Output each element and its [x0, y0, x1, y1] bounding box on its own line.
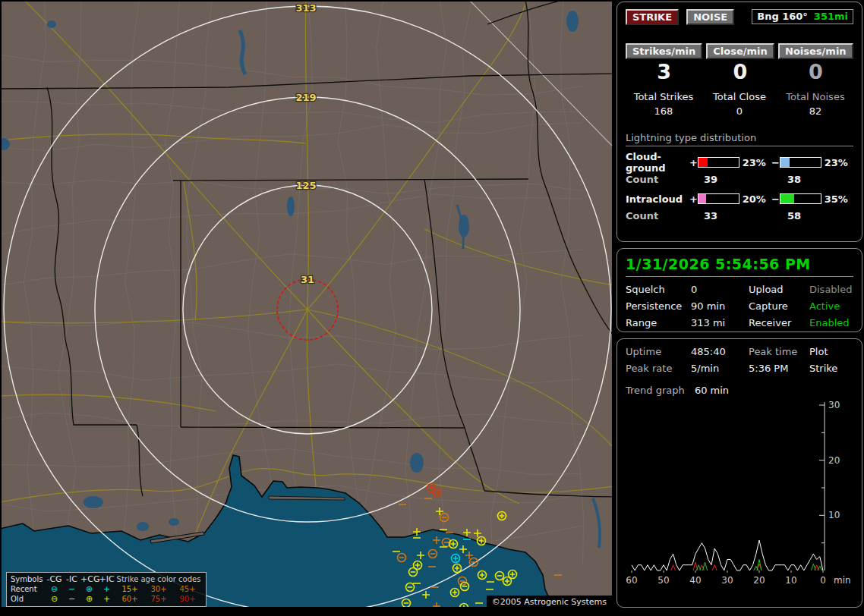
- range-ring-label: 125: [295, 180, 316, 191]
- circled-minus-icon: ⊖: [46, 594, 63, 604]
- range-ring-label: 219: [295, 92, 316, 103]
- intracloud-label: Intracloud: [626, 193, 689, 205]
- circled-plus-icon: ⊕: [80, 594, 98, 604]
- legend-age-title: Strike age color codes: [115, 574, 202, 584]
- noises-spike: [811, 564, 815, 570]
- age-code: 30+: [144, 584, 173, 594]
- cloud-ground-count-row: Count 39 38: [626, 171, 853, 187]
- circled-minus-icon: ⊖: [46, 584, 63, 594]
- status-grid: Squelch 0 Upload Disabled Persistence 90…: [626, 284, 853, 328]
- status-sidebar: STRIKE NOISE Bng 160°351mi Strikes/min 3…: [616, 2, 862, 614]
- y-tick-label: 10: [828, 510, 840, 520]
- squelch-value: 0: [691, 284, 749, 295]
- x-tick-label: 40: [689, 575, 701, 586]
- peak-rate-label: Peak rate: [626, 363, 691, 374]
- minus-icon: −: [63, 584, 80, 594]
- totals-row: Total Strikes 168 Total Close 0 Total No…: [626, 91, 853, 117]
- range-value: 313 mi: [691, 317, 749, 328]
- legend-neg-ic-header: -IC: [63, 574, 80, 584]
- total-close-label: Total Close: [702, 91, 777, 102]
- copyright-label: ©2005 Astrogenic Systems: [487, 596, 612, 609]
- x-tick-label: 30: [721, 575, 733, 586]
- trend-graph-row: Trend graph 60 min: [626, 385, 853, 396]
- trend-chart: 1020306050403020100min: [626, 398, 853, 589]
- peak-time-label: Peak time: [749, 346, 809, 357]
- close-spike: [671, 565, 676, 570]
- x-tick-label: 50: [657, 575, 669, 586]
- legend-neg-cg-header: -CG: [46, 574, 63, 584]
- strikes-per-min-value: 3: [626, 61, 702, 83]
- trend-graph-label: Trend graph: [626, 385, 685, 396]
- total-strikes-label: Total Strikes: [626, 91, 702, 102]
- peak-rate-value: 5/min: [691, 363, 749, 374]
- plus-sign: +: [689, 157, 698, 168]
- capture-label: Capture: [749, 300, 809, 312]
- age-code: 15+: [115, 584, 144, 594]
- bearing-readout: Bng 160°351mi: [752, 9, 853, 24]
- noises-spike: [703, 562, 708, 570]
- bearing-distance: 351mi: [814, 11, 848, 22]
- cg-positive-count: 39: [704, 174, 787, 185]
- persistence-value: 90 min: [691, 300, 749, 312]
- x-tick-label: 60: [626, 575, 637, 586]
- plot-value: Strike: [809, 363, 853, 374]
- panel-header: STRIKE NOISE Bng 160°351mi: [626, 9, 853, 25]
- lightning-map[interactable]: 31321912531 Symbols -CG -IC +CG +IC Stri…: [2, 2, 612, 607]
- distribution-title: Lightning type distribution: [626, 132, 853, 146]
- intracloud-row: Intracloud + 20% − 35%: [626, 190, 853, 207]
- ic-positive-percent: 20%: [739, 193, 771, 205]
- date-time-display: 1/31/2026 5:54:56 PM: [626, 256, 853, 277]
- plus-sign: +: [689, 193, 698, 205]
- upload-status: Disabled: [809, 284, 853, 295]
- noises-per-min-value: 0: [778, 61, 853, 83]
- ic-positive-count: 33: [704, 210, 787, 222]
- cg-negative-percent: 23%: [821, 157, 853, 168]
- plus-icon: +: [98, 584, 115, 594]
- clock-status-panel: 1/31/2026 5:54:56 PM Squelch 0 Upload Di…: [616, 248, 862, 332]
- intracloud-count-row: Count 33 58: [626, 207, 853, 224]
- ic-negative-percent: 35%: [821, 193, 853, 205]
- trend-panel: Uptime 485:40 Peak time Plot Peak rate 5…: [616, 338, 862, 608]
- strike-button[interactable]: STRIKE: [626, 9, 679, 25]
- capture-status: Active: [809, 300, 853, 312]
- strike-rate-line: [632, 540, 823, 570]
- cg-positive-percent: 23%: [739, 157, 771, 168]
- x-unit-label: min: [834, 575, 851, 586]
- range-ring-label: 313: [295, 2, 316, 14]
- age-code: 90+: [173, 594, 202, 604]
- plus-icon: +: [98, 594, 115, 604]
- circled-plus-icon: ⊕: [80, 584, 98, 594]
- x-tick-label: 20: [753, 575, 765, 586]
- noise-button[interactable]: NOISE: [686, 9, 734, 25]
- close-per-min-button[interactable]: Close/min: [706, 43, 774, 59]
- range-label: Range: [626, 317, 691, 328]
- info-grid: Uptime 485:40 Peak time Plot Peak rate 5…: [626, 346, 853, 374]
- legend-row-old: Old⊖−⊕+60+75+90+: [11, 594, 202, 604]
- cloud-ground-label: Cloud-ground: [626, 151, 689, 174]
- cg-negative-count: 38: [787, 174, 801, 185]
- ic-negative-bar: [780, 193, 821, 204]
- uptime-value: 485:40: [691, 346, 749, 357]
- legend-symbols-header: Symbols: [11, 574, 46, 584]
- rates-row: Strikes/min 3 Close/min 0 Noises/min 0: [626, 43, 853, 83]
- age-code: 45+: [173, 584, 202, 594]
- cg-negative-bar: [780, 157, 821, 168]
- count-label: Count: [626, 210, 704, 222]
- y-tick-label: 20: [828, 455, 840, 466]
- count-label: Count: [626, 174, 704, 185]
- age-code: 75+: [144, 594, 173, 604]
- y-tick-label: 30: [828, 400, 840, 410]
- cg-positive-bar: [698, 157, 739, 168]
- receiver-label: Receiver: [749, 317, 809, 328]
- age-code: 60+: [115, 594, 144, 604]
- range-ring-label: 31: [301, 274, 314, 285]
- total-strikes-value: 168: [626, 105, 702, 117]
- legend-pos-ic-header: +IC: [98, 574, 115, 584]
- x-tick-label: 0: [820, 575, 826, 586]
- total-noises-value: 82: [777, 105, 853, 117]
- strikes-per-min-button[interactable]: Strikes/min: [626, 43, 702, 59]
- noises-per-min-button[interactable]: Noises/min: [778, 43, 853, 59]
- minus-sign: −: [771, 157, 780, 168]
- uptime-label: Uptime: [626, 346, 691, 357]
- persistence-label: Persistence: [626, 300, 691, 312]
